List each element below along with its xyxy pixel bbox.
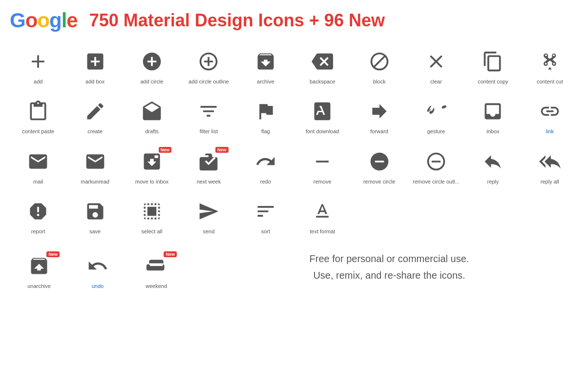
next-week-label: next week <box>197 178 221 185</box>
google-logo: Google <box>10 9 78 32</box>
new-badge-unarchive: New <box>46 251 60 257</box>
font-download-icon <box>310 99 335 124</box>
clear-label: clear <box>430 78 442 85</box>
block-icon <box>367 49 392 74</box>
icon-block: block <box>351 41 407 91</box>
reply-all-label: reply all <box>541 178 559 185</box>
filter-list-icon <box>196 99 221 124</box>
add-box-label: add box <box>85 78 105 85</box>
reply-all-icon <box>537 149 563 174</box>
markunread-label: markunread <box>81 178 109 185</box>
forward-icon <box>367 99 392 124</box>
redo-label: redo <box>260 178 271 185</box>
content-paste-label: content paste <box>22 128 54 135</box>
backspace-label: backspace <box>310 78 336 85</box>
footer-line1: Free for personal or commercial use. <box>200 250 578 267</box>
icon-add-circle-outline: add circle outline <box>180 41 237 91</box>
remove-circle-icon <box>367 149 392 174</box>
archive-icon <box>253 49 278 74</box>
content-copy-label: content copy <box>478 78 508 85</box>
footer-text: Free for personal or commercial use. Use… <box>200 245 578 284</box>
weekend-label: weekend <box>146 283 167 289</box>
reply-label: reply <box>487 178 499 185</box>
flag-label: flag <box>261 128 270 135</box>
icons-grid: add add box add circle add circle outlin… <box>10 41 578 241</box>
add-circle-outline-icon <box>196 49 221 74</box>
icon-flag: flag <box>237 91 294 141</box>
page: Google 750 Material Design Icons + 96 Ne… <box>0 0 588 368</box>
mail-label: mail <box>33 178 43 185</box>
inbox-label: inbox <box>486 128 499 135</box>
flag-icon <box>253 99 278 124</box>
remove-circle-label: remove circle <box>363 178 395 185</box>
link-label: link <box>546 128 554 135</box>
select-all-icon <box>139 199 165 224</box>
reply-icon <box>480 149 505 174</box>
icon-forward: forward <box>351 91 407 141</box>
clear-icon <box>423 49 449 74</box>
block-label: block <box>373 78 386 85</box>
sort-label: sort <box>261 228 270 235</box>
icon-add-circle: add circle <box>124 41 180 91</box>
send-label: send <box>203 228 214 235</box>
icon-inbox: inbox <box>464 91 521 141</box>
icon-report: report <box>10 191 66 241</box>
add-circle-icon <box>139 49 165 74</box>
icon-move-to-inbox: New move to inbox <box>124 141 180 191</box>
add-circle-outline-label: add circle outline <box>189 78 229 85</box>
save-icon <box>83 199 108 224</box>
icon-content-copy: content copy <box>464 41 521 91</box>
new-badge-next-week: New <box>215 147 229 153</box>
icon-select-all: select all <box>124 191 180 241</box>
icon-weekend: New weekend <box>127 245 186 295</box>
icon-markunread: markunread <box>66 141 123 191</box>
icon-add: add <box>10 41 66 91</box>
header-title: 750 Material Design Icons + 96 New <box>89 10 385 31</box>
content-cut-icon <box>537 49 563 74</box>
icon-filter-list: filter list <box>180 91 237 141</box>
icon-save: save <box>66 191 123 241</box>
footer-line2: Use, remix, and re-share the icons. <box>200 267 578 284</box>
icon-text-format: text format <box>294 191 351 241</box>
drafts-icon <box>139 99 165 124</box>
icon-drafts: drafts <box>124 91 180 141</box>
icon-send: send <box>180 191 237 241</box>
icon-undo: undo <box>68 245 127 295</box>
remove-circle-outline-label: remove circle outl... <box>413 178 459 185</box>
icon-add-box: add box <box>66 41 123 91</box>
header: Google 750 Material Design Icons + 96 Ne… <box>10 9 578 32</box>
icon-remove-circle: remove circle <box>351 141 407 191</box>
add-icon <box>25 49 51 74</box>
icon-remove: remove <box>294 141 351 191</box>
icon-reply-all: reply all <box>522 141 578 191</box>
remove-label: remove <box>314 178 332 185</box>
icon-font-download: font download <box>294 91 351 141</box>
report-label: report <box>31 228 45 235</box>
send-icon <box>196 199 221 224</box>
icon-remove-circle-outline: remove circle outl... <box>408 141 464 191</box>
icon-archive: archive <box>237 41 294 91</box>
content-copy-icon <box>480 49 505 74</box>
redo-icon <box>253 149 278 174</box>
text-format-icon <box>310 199 335 224</box>
font-download-label: font download <box>306 128 339 135</box>
drafts-label: drafts <box>145 128 159 135</box>
report-icon <box>25 199 51 224</box>
move-to-inbox-label: move to inbox <box>135 178 168 185</box>
new-badge-move-to-inbox: New <box>159 147 172 153</box>
footer-row: New unarchive undo New weekend <box>10 245 578 295</box>
remove-icon <box>310 149 335 174</box>
markunread-icon <box>83 149 108 174</box>
forward-label: forward <box>370 128 388 135</box>
content-cut-label: content cut <box>537 78 563 85</box>
backspace-icon <box>310 49 335 74</box>
create-label: create <box>87 128 103 135</box>
archive-label: archive <box>257 78 274 85</box>
create-icon <box>83 99 108 124</box>
text-format-label: text format <box>310 228 335 235</box>
undo-icon <box>85 253 110 279</box>
icon-content-paste: content paste <box>10 91 66 141</box>
add-label: add <box>34 78 42 85</box>
icon-backspace: backspace <box>294 41 351 91</box>
filter-list-label: filter list <box>200 128 218 135</box>
